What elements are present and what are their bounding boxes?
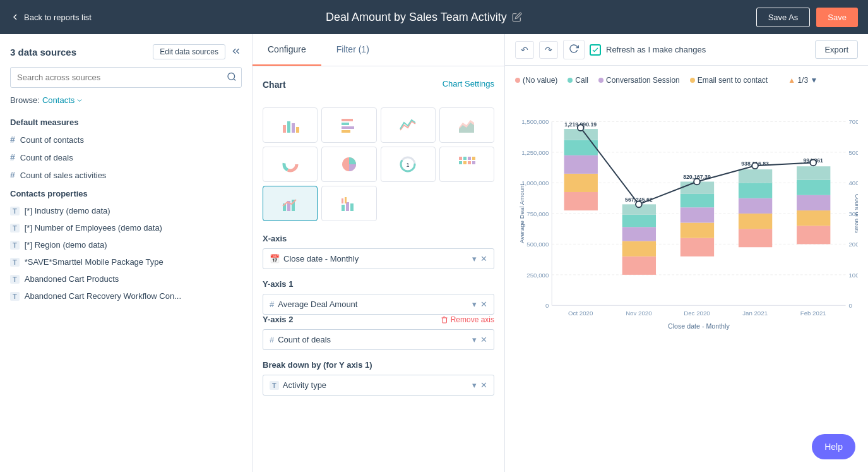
chart-type-grid: 1	[263, 107, 494, 221]
svg-rect-31	[346, 202, 349, 211]
svg-text:1: 1	[407, 162, 410, 168]
svg-rect-23	[459, 161, 462, 164]
sidebar-header: 3 data sources Edit data sources	[0, 44, 252, 67]
y-axis-1-dropdown[interactable]: # Average Deal Amount ▾ ✕	[263, 294, 494, 315]
svg-rect-79	[739, 198, 772, 214]
legend-item-call: Call	[568, 76, 588, 85]
breakdown-dropdown[interactable]: T Activity type ▾ ✕	[263, 375, 494, 396]
collapse-sidebar-button[interactable]	[230, 45, 242, 59]
chart-panel: ↶ ↷ Refresh as I make changes Export (N	[505, 34, 868, 472]
line-dot-feb	[810, 160, 816, 166]
chart-type-bar[interactable]	[263, 107, 318, 143]
chart-type-combo2[interactable]	[321, 186, 376, 221]
legend-item-conversation: Conversation Session	[598, 76, 680, 85]
checkbox-checked[interactable]	[590, 44, 601, 56]
prop-abandoned-cart[interactable]: T Abandoned Cart Products	[0, 270, 252, 287]
browse-contacts-dropdown[interactable]: Contacts	[42, 95, 83, 105]
svg-rect-66	[622, 241, 656, 257]
refresh-button[interactable]	[563, 40, 585, 59]
center-panel: Configure Filter (1) Chart Chart Setting…	[253, 34, 505, 472]
remove-axis-button[interactable]: Remove axis	[441, 315, 494, 324]
measure-count-deals[interactable]: # Count of deals	[0, 148, 252, 166]
measure-count-contacts[interactable]: # Count of contacts	[0, 131, 252, 148]
redo-button[interactable]: ↷	[539, 41, 558, 59]
prop-abandoned-cart-recovery[interactable]: T Abandoned Cart Recovery Workflow Con..…	[0, 287, 252, 305]
save-as-button[interactable]: Save As	[756, 8, 811, 27]
search-input[interactable]	[10, 67, 242, 88]
svg-rect-19	[459, 157, 462, 160]
close-icon[interactable]: ✕	[480, 380, 487, 390]
svg-text:Close date - Monthly: Close date - Monthly	[668, 322, 730, 330]
svg-rect-71	[681, 238, 714, 257]
chart-type-scatter[interactable]	[439, 147, 494, 182]
svg-rect-7	[342, 123, 349, 125]
chevron-down-icon: ▾	[472, 300, 477, 309]
type-text-icon: T	[10, 258, 20, 267]
prop-region[interactable]: T [*] Region (demo data)	[0, 236, 252, 253]
type-text-icon: T	[10, 241, 20, 250]
legend-dot-email	[690, 78, 695, 83]
top-nav: Back to reports list Deal Amount by Sale…	[0, 0, 868, 34]
export-button[interactable]: Export	[815, 40, 858, 59]
prop-smarttel[interactable]: T *SAVE*Smarttel Mobile Package Type	[0, 253, 252, 270]
chart-type-pie[interactable]	[321, 147, 376, 182]
x-axis-dropdown[interactable]: 📅 Close date - Monthly ▾ ✕	[263, 248, 494, 269]
close-icon[interactable]: ✕	[480, 300, 487, 309]
tab-configure[interactable]: Configure	[253, 34, 321, 66]
svg-rect-20	[463, 157, 467, 160]
chart-settings-link[interactable]: Chart Settings	[443, 79, 494, 88]
data-sources-count: 3 data sources	[10, 47, 76, 57]
legend-item-no-value: (No value)	[515, 76, 557, 85]
svg-point-0	[228, 73, 235, 80]
back-button[interactable]: Back to reports list	[10, 12, 92, 22]
chevron-down-icon: ▾	[472, 335, 477, 344]
chart-type-area[interactable]	[439, 107, 494, 143]
chart-type-combo[interactable]	[263, 186, 318, 221]
search-icon-button[interactable]	[227, 71, 237, 83]
legend-dot-call	[568, 78, 573, 83]
svg-text:Oct 2020: Oct 2020	[568, 310, 593, 317]
svg-rect-72	[681, 222, 714, 238]
close-icon[interactable]: ✕	[480, 335, 487, 344]
page-indicator: 1/3	[797, 76, 810, 85]
svg-rect-80	[739, 183, 772, 198]
calendar-icon: 📅	[270, 254, 280, 263]
svg-rect-21	[468, 157, 471, 160]
hash-icon: #	[10, 170, 15, 180]
legend-dot-conversation	[598, 78, 603, 83]
measures-list: # Count of contacts # Count of deals # C…	[0, 131, 252, 184]
y-axis-2-dropdown[interactable]: # Count of deals ▾ ✕	[263, 329, 494, 350]
breakdown-label: Break down by (for Y axis 1)	[263, 360, 494, 370]
svg-text:500,000: 500,000	[526, 241, 549, 248]
svg-text:0: 0	[848, 302, 852, 309]
chart-type-hbar[interactable]	[321, 107, 376, 143]
type-text-icon: T	[10, 292, 20, 301]
help-button[interactable]: Help	[812, 434, 855, 459]
svg-rect-62	[564, 140, 598, 155]
contacts-properties-title: Contacts properties	[0, 184, 252, 202]
save-button[interactable]: Save	[816, 8, 858, 27]
chart-type-line[interactable]	[381, 107, 436, 143]
svg-text:700: 700	[848, 118, 858, 125]
svg-rect-25	[468, 161, 471, 164]
edit-sources-button[interactable]: Edit data sources	[153, 44, 225, 59]
prop-employees[interactable]: T [*] Number of Employees (demo data)	[0, 219, 252, 236]
svg-text:1,500,000: 1,500,000	[521, 118, 549, 125]
edit-icon[interactable]	[512, 12, 522, 22]
svg-rect-83	[797, 226, 830, 244]
undo-button[interactable]: ↶	[515, 41, 534, 59]
svg-line-1	[234, 78, 235, 80]
svg-text:250,000: 250,000	[526, 272, 549, 279]
chart-type-number[interactable]: 1	[381, 147, 436, 182]
prop-industry[interactable]: T [*] Industry (demo data)	[0, 202, 252, 219]
svg-rect-34	[345, 197, 347, 203]
close-icon[interactable]: ✕	[480, 254, 487, 263]
line-dot-nov	[636, 202, 642, 208]
svg-rect-68	[622, 215, 656, 227]
top-actions: Save As Save	[756, 8, 858, 27]
tab-filter[interactable]: Filter (1)	[321, 34, 384, 66]
svg-text:Nov 2020: Nov 2020	[626, 310, 652, 317]
measure-count-sales-activities[interactable]: # Count of sales activities	[0, 166, 252, 184]
svg-text:Feb 2021: Feb 2021	[800, 310, 826, 317]
chart-type-donut[interactable]	[263, 147, 318, 182]
